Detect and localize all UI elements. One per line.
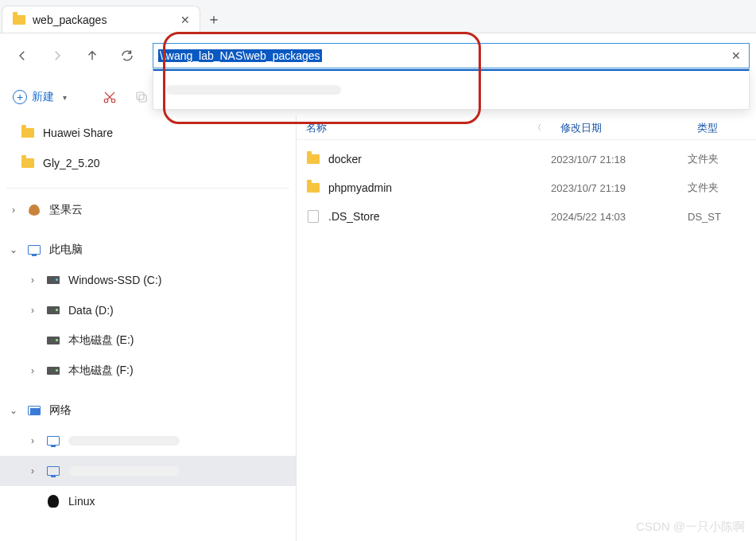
plus-icon: +	[13, 90, 27, 104]
drive-icon	[46, 333, 60, 348]
file-type: 文件夹	[688, 152, 756, 166]
chevron-down-icon: ⌄	[8, 244, 19, 255]
file-name: .DS_Store	[328, 210, 380, 223]
sidebar-label: 本地磁盘 (F:)	[68, 364, 134, 378]
chevron-right-icon: ›	[27, 274, 38, 286]
file-icon	[306, 209, 320, 224]
file-date: 2024/5/22 14:03	[551, 211, 688, 223]
sidebar-label: 此电脑	[49, 243, 83, 257]
sidebar-item-network-host-2[interactable]: ›	[0, 456, 296, 486]
sidebar-label: 网络	[49, 403, 72, 418]
table-row[interactable]: phpmyadmin2023/10/7 21:19文件夹	[297, 173, 756, 202]
sort-indicator-icon: 〈	[533, 123, 541, 134]
network-icon	[27, 403, 41, 418]
watermark: CSDN @一只小陈啊	[636, 520, 745, 535]
sidebar-item-gly[interactable]: Gly_2_5.20	[0, 148, 296, 178]
chevron-right-icon: ›	[27, 305, 38, 316]
drive-icon	[46, 273, 60, 287]
address-value: \\wang_lab_NAS\web_packages	[158, 49, 322, 62]
suggestion-text	[166, 85, 341, 95]
suggestion-item[interactable]	[153, 76, 749, 104]
sidebar-label	[68, 436, 180, 446]
file-name: docker	[328, 153, 362, 165]
forward-button[interactable]	[41, 40, 73, 72]
drive-icon	[46, 303, 60, 317]
sidebar-item-drive-e[interactable]: › 本地磁盘 (E:)	[0, 325, 296, 356]
back-button[interactable]	[6, 40, 38, 72]
close-icon[interactable]: ✕	[180, 14, 190, 26]
folder-icon	[21, 126, 35, 140]
folder-icon	[306, 181, 320, 195]
sidebar-label: Linux	[68, 495, 95, 508]
sidebar-label: 坚果云	[49, 203, 83, 217]
sidebar-label	[68, 466, 180, 476]
pc-icon	[46, 464, 60, 478]
new-label: 新建	[32, 90, 54, 104]
sidebar-item-network[interactable]: ⌄ 网络	[0, 395, 296, 426]
file-name: phpmyadmin	[328, 181, 392, 194]
sidebar-label: Data (D:)	[68, 304, 114, 317]
file-list-panel: 名称 〈 修改日期 类型 docker2023/10/7 21:18文件夹php…	[296, 116, 756, 541]
pc-icon	[46, 434, 60, 448]
sidebar-item-this-pc[interactable]: ⌄ 此电脑	[0, 235, 296, 265]
chevron-right-icon: ›	[27, 365, 38, 376]
sidebar-item-drive-c[interactable]: › Windows-SSD (C:)	[0, 265, 296, 295]
refresh-button[interactable]	[111, 40, 143, 72]
file-type: 文件夹	[688, 181, 756, 195]
new-button[interactable]: + 新建 ▾	[8, 87, 78, 107]
chevron-down-icon: ⌄	[8, 405, 19, 416]
tux-icon	[46, 494, 60, 508]
acorn-icon	[27, 203, 41, 217]
address-bar[interactable]: \\wang_lab_NAS\web_packages ✕	[153, 43, 750, 68]
new-tab-button[interactable]: ＋	[200, 6, 227, 33]
sidebar-label: Gly_2_5.20	[43, 157, 100, 169]
file-date: 2023/10/7 21:18	[551, 154, 688, 165]
up-button[interactable]	[76, 40, 108, 72]
svg-rect-2	[139, 95, 146, 102]
sidebar-item-jianguoyun[interactable]: › 坚果云	[0, 195, 296, 225]
address-suggestions	[153, 69, 750, 110]
sidebar-label: 本地磁盘 (E:)	[68, 333, 134, 348]
sidebar-item-linux[interactable]: › Linux	[0, 486, 296, 516]
copy-button[interactable]	[127, 83, 156, 111]
pc-icon	[27, 243, 41, 257]
chevron-right-icon: ›	[27, 465, 38, 477]
file-type: DS_ST	[688, 211, 756, 223]
cut-button[interactable]	[95, 83, 124, 111]
chevron-right-icon: ›	[8, 204, 19, 216]
chevron-down-icon: ▾	[59, 93, 70, 102]
folder-icon	[306, 152, 320, 166]
clear-icon[interactable]: ✕	[731, 49, 741, 62]
svg-rect-3	[137, 92, 144, 99]
window-tab[interactable]: web_packages ✕	[2, 6, 200, 33]
drive-icon	[46, 364, 60, 378]
file-date: 2023/10/7 21:19	[551, 182, 688, 194]
sidebar-label: Huawei Share	[43, 126, 113, 139]
table-row[interactable]: docker2023/10/7 21:18文件夹	[297, 145, 756, 173]
folder-icon	[12, 13, 26, 27]
column-headers: 名称 〈 修改日期 类型	[297, 116, 756, 140]
sidebar-label: Windows-SSD (C:)	[68, 274, 161, 286]
tab-title: web_packages	[33, 14, 107, 26]
chevron-right-icon: ›	[27, 435, 38, 446]
column-date[interactable]: 修改日期	[551, 121, 688, 135]
sidebar-item-huawei-share[interactable]: Huawei Share	[0, 118, 296, 148]
column-name[interactable]: 名称 〈	[297, 121, 551, 135]
sidebar-item-network-host-1[interactable]: ›	[0, 426, 296, 456]
sidebar-item-drive-f[interactable]: › 本地磁盘 (F:)	[0, 356, 296, 386]
table-row[interactable]: .DS_Store2024/5/22 14:03DS_ST	[297, 202, 756, 231]
folder-icon	[21, 156, 35, 170]
sidebar-item-drive-d[interactable]: › Data (D:)	[0, 295, 296, 325]
sidebar: Huawei Share Gly_2_5.20 › 坚果云 ⌄ 此电脑 › Wi…	[0, 116, 296, 541]
column-type[interactable]: 类型	[688, 121, 756, 135]
